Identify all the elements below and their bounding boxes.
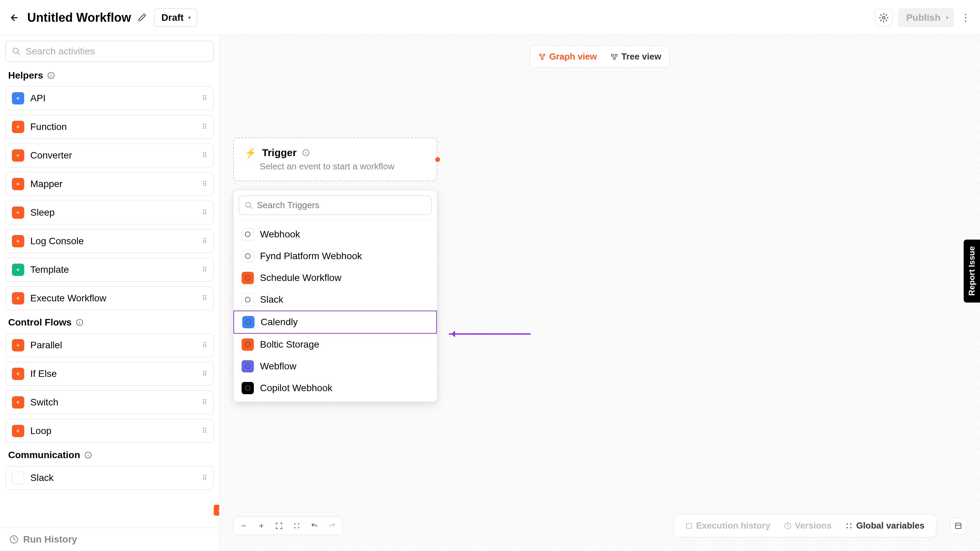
svg-point-28 xyxy=(245,275,250,281)
search-activities[interactable] xyxy=(5,41,214,62)
variables-icon xyxy=(845,522,853,530)
activity-item[interactable]: Parallel ⠿ xyxy=(5,333,214,357)
activity-item[interactable]: Function ⠿ xyxy=(5,115,214,139)
workflow-title[interactable]: Untitled Workflow xyxy=(27,11,131,25)
bottom-center-controls: Execution history Versions Global variab… xyxy=(673,514,937,537)
tree-view-tab[interactable]: Tree view xyxy=(605,48,667,65)
trigger-node[interactable]: ⚡ Trigger Select an event to start a wor… xyxy=(233,137,437,181)
activity-item[interactable]: Converter ⠿ xyxy=(5,143,214,167)
trigger-item[interactable]: Fynd Platform Webhook xyxy=(234,245,437,267)
trigger-item[interactable]: Webhook xyxy=(234,224,437,245)
execution-history-button[interactable]: Execution history xyxy=(679,517,776,534)
activity-item[interactable]: Mapper ⠿ xyxy=(5,172,214,196)
info-icon[interactable] xyxy=(84,451,92,459)
svg-point-0 xyxy=(882,16,885,19)
drag-handle-icon[interactable]: ⠿ xyxy=(202,237,207,245)
activity-item[interactable]: Slack ⠿ xyxy=(5,466,214,490)
settings-button[interactable] xyxy=(875,9,892,27)
trigger-item[interactable]: Boltic Storage xyxy=(234,333,437,356)
activity-sidebar: Helpers API ⠿ Function ⠿ Converter ⠿ Map… xyxy=(0,35,220,551)
trigger-item-icon xyxy=(242,294,254,306)
drag-handle-icon[interactable]: ⠿ xyxy=(202,208,207,217)
trigger-search-box[interactable] xyxy=(239,195,431,215)
trigger-item-icon xyxy=(242,272,254,284)
trigger-item[interactable]: Schedule Workflow xyxy=(234,267,437,289)
undo-icon xyxy=(311,522,318,530)
activity-label: Parallel xyxy=(30,340,196,351)
section-header-control-flows: Control Flows xyxy=(8,317,214,328)
run-history-button[interactable]: Run History xyxy=(0,527,218,551)
zoom-in-button[interactable]: + xyxy=(255,520,267,532)
activity-item[interactable]: API ⠿ xyxy=(5,86,214,110)
trigger-item[interactable]: Slack xyxy=(234,289,437,311)
drag-handle-icon[interactable]: ⠿ xyxy=(202,180,207,188)
drag-handle-icon[interactable]: ⠿ xyxy=(202,474,207,482)
activity-label: Loop xyxy=(30,426,196,437)
publish-button[interactable]: Publish xyxy=(898,8,954,27)
status-dropdown[interactable]: Draft xyxy=(154,8,197,27)
drag-handle-icon[interactable]: ⠿ xyxy=(202,341,207,349)
trigger-header: ⚡ Trigger xyxy=(245,147,426,159)
svg-point-27 xyxy=(245,254,250,259)
fit-view-button[interactable] xyxy=(273,520,285,532)
drag-handle-icon[interactable]: ⠿ xyxy=(202,266,207,274)
drag-handle-icon[interactable]: ⠿ xyxy=(202,370,207,378)
trigger-item-label: Webflow xyxy=(260,361,296,372)
svg-point-25 xyxy=(246,202,250,207)
trigger-item[interactable]: Calendly xyxy=(234,311,437,333)
activity-label: Slack xyxy=(30,472,196,483)
activity-label: Execute Workflow xyxy=(30,293,196,304)
trigger-item[interactable]: Webflow xyxy=(234,356,437,377)
collapse-sidebar-button[interactable]: ‹ xyxy=(214,505,220,516)
more-menu-button[interactable]: ⋮ xyxy=(959,11,972,24)
section-header-helpers: Helpers xyxy=(8,70,214,81)
trigger-search-input[interactable] xyxy=(257,200,426,211)
global-variables-button[interactable]: Global variables xyxy=(839,517,931,534)
drag-handle-icon[interactable]: ⠿ xyxy=(202,427,207,435)
trigger-item[interactable]: Copilot Webhook xyxy=(234,377,437,399)
drag-handle-icon[interactable]: ⠿ xyxy=(202,94,207,102)
label: Versions xyxy=(795,520,832,531)
search-icon xyxy=(12,47,21,56)
trigger-list: Webhook Fynd Platform Webhook Schedule W… xyxy=(234,221,437,402)
activity-item[interactable]: If Else ⠿ xyxy=(5,362,214,386)
activity-icon xyxy=(12,425,24,437)
svg-point-42 xyxy=(846,527,848,528)
activity-item[interactable]: Loop ⠿ xyxy=(5,419,214,443)
redo-button[interactable] xyxy=(326,520,338,532)
trigger-title: Trigger xyxy=(262,147,297,159)
activity-label: Function xyxy=(30,121,196,132)
activity-icon xyxy=(12,292,24,305)
edit-title-button[interactable] xyxy=(138,13,147,22)
drag-handle-icon[interactable]: ⠿ xyxy=(202,151,207,159)
back-button[interactable] xyxy=(8,11,21,24)
drag-handle-icon[interactable]: ⠿ xyxy=(202,123,207,131)
svg-point-34 xyxy=(294,523,296,524)
minimap-button[interactable] xyxy=(950,518,966,534)
search-input[interactable] xyxy=(25,46,207,57)
undo-button[interactable] xyxy=(308,520,321,532)
info-icon[interactable] xyxy=(47,72,55,79)
info-icon[interactable] xyxy=(76,319,83,326)
trigger-item-label: Schedule Workflow xyxy=(260,272,341,283)
activity-label: Template xyxy=(30,264,196,275)
activity-item[interactable]: Template ⠿ xyxy=(5,258,214,282)
trigger-subtitle: Select an event to start a workflow xyxy=(259,161,426,172)
activity-item[interactable]: Sleep ⠿ xyxy=(5,201,214,224)
workflow-canvas[interactable]: Graph view Tree view ⚡ Trigger Select an… xyxy=(220,35,980,551)
activity-item[interactable]: Execute Workflow ⠿ xyxy=(5,286,214,310)
activity-item[interactable]: Log Console ⠿ xyxy=(5,229,214,253)
report-issue-button[interactable]: Report Issue xyxy=(964,240,980,302)
activity-item[interactable]: Switch ⠿ xyxy=(5,391,214,414)
info-icon[interactable] xyxy=(302,149,310,156)
drag-handle-icon[interactable]: ⠿ xyxy=(202,398,207,407)
graph-view-tab[interactable]: Graph view xyxy=(532,48,603,65)
zoom-out-button[interactable]: − xyxy=(237,520,250,532)
drag-handle-icon[interactable]: ⠿ xyxy=(202,294,207,302)
svg-point-37 xyxy=(298,527,299,528)
annotation-arrow xyxy=(449,333,530,335)
svg-rect-44 xyxy=(956,523,961,529)
versions-button[interactable]: Versions xyxy=(778,517,838,534)
node-output-port[interactable] xyxy=(435,157,440,162)
auto-layout-button[interactable] xyxy=(291,520,303,532)
